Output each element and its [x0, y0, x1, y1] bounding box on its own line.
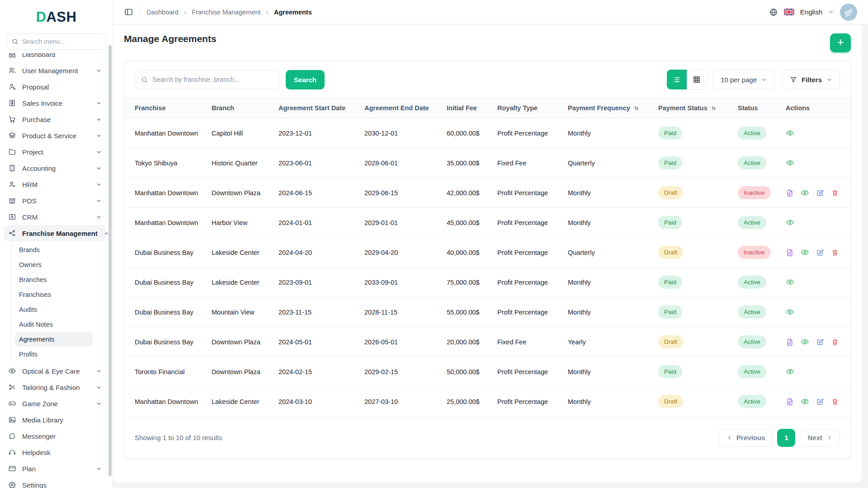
- sidebar-item-media-library[interactable]: Media Library: [4, 412, 105, 428]
- sidebar-subitem-audits[interactable]: Audits: [15, 302, 93, 317]
- cell-start: 2023-09-01: [275, 267, 361, 297]
- sidebar-item-accounting[interactable]: Accounting: [4, 160, 105, 176]
- cell-frequency: Monthly: [564, 267, 655, 297]
- column-header-payment-status[interactable]: Payment Status: [655, 98, 734, 118]
- cell-payment_status: Paid: [655, 357, 734, 387]
- sidebar-item-purchase[interactable]: Purchase: [4, 111, 105, 127]
- sidebar-item-pos[interactable]: POS: [4, 192, 105, 209]
- column-header-payment-frequency[interactable]: Payment Frequency: [564, 98, 655, 118]
- sidebar-subitem-owners[interactable]: Owners: [15, 258, 93, 272]
- cell-start: 2024-06-15: [275, 178, 361, 208]
- sort-icon[interactable]: [710, 105, 717, 112]
- sidebar-item-crm[interactable]: CRM: [4, 209, 105, 225]
- view-action-eye-icon[interactable]: [786, 129, 794, 137]
- edit-action-edit-icon[interactable]: [816, 398, 824, 406]
- document-action-document-icon[interactable]: [786, 249, 794, 257]
- cell-frequency: Quarterly: [564, 148, 655, 178]
- sort-icon[interactable]: [633, 105, 640, 112]
- sidebar-subitem-franchises[interactable]: Franchises: [15, 287, 93, 302]
- view-action-eye-icon[interactable]: [786, 218, 794, 227]
- delete-action-trash-icon[interactable]: [831, 249, 839, 257]
- sidebar-item-plan[interactable]: Plan: [4, 460, 105, 477]
- breadcrumb-separator: ›: [266, 8, 269, 16]
- add-agreement-button[interactable]: +: [830, 33, 851, 52]
- globe-icon[interactable]: [769, 8, 778, 17]
- column-label: Agreement Start Date: [278, 104, 345, 112]
- toolbar: Search 10 per page: [124, 61, 851, 98]
- sidebar-item-project[interactable]: Project: [4, 144, 105, 160]
- sidebar-item-hrm[interactable]: HRM: [4, 176, 105, 192]
- view-action-eye-icon[interactable]: [786, 278, 794, 286]
- sidebar-item-tailoring-fashion[interactable]: Tailoring & Fashion: [4, 379, 105, 395]
- sidebar-item-proposal[interactable]: Proposal: [4, 79, 105, 95]
- sidebar-subitem-branches[interactable]: Branches: [15, 272, 93, 287]
- sidebar-item-messenger[interactable]: Messenger: [4, 428, 105, 444]
- view-action-eye-icon[interactable]: [801, 188, 809, 197]
- next-page-button[interactable]: Next: [800, 429, 840, 447]
- search-button[interactable]: Search: [286, 70, 325, 89]
- sidebar-item-franchise-management[interactable]: Franchise Management: [4, 225, 105, 241]
- sidebar-scrollbar-thumb[interactable]: [108, 45, 112, 476]
- cell-payment_status: Draft: [655, 387, 734, 417]
- edit-action-edit-icon[interactable]: [816, 338, 824, 346]
- sidebar-search[interactable]: [6, 33, 106, 50]
- cell-status: Inactive: [734, 178, 782, 208]
- sidebar-search-input[interactable]: [22, 38, 101, 45]
- cell-start: 2024-03-10: [275, 387, 361, 417]
- sidebar-subitem-brands[interactable]: Brands: [15, 243, 93, 257]
- view-action-eye-icon[interactable]: [786, 367, 794, 376]
- column-header-agreement-end-date: Agreement End Date: [361, 98, 443, 118]
- view-action-eye-icon[interactable]: [786, 308, 794, 316]
- document-action-document-icon[interactable]: [786, 398, 794, 406]
- sidebar-item-helpdesk[interactable]: Helpdesk: [4, 444, 105, 460]
- filters-button[interactable]: Filters: [782, 70, 840, 89]
- cell-end: 2029-01-01: [361, 208, 443, 238]
- cell-frequency: Yearly: [564, 327, 655, 357]
- cell-payment_status: Paid: [655, 297, 734, 327]
- sidebar-item-product-service[interactable]: Product & Service: [4, 127, 105, 144]
- edit-action-edit-icon[interactable]: [816, 189, 824, 197]
- sidebar-item-optical-eye-care[interactable]: Optical & Eye Care: [4, 363, 105, 379]
- sidebar-item-label: Tailoring & Fashion: [22, 384, 80, 391]
- main-area: Dashboard › Franchise Management › Agree…: [113, 0, 868, 488]
- view-action-eye-icon[interactable]: [801, 338, 809, 346]
- page-1-button[interactable]: 1: [777, 429, 795, 447]
- edit-action-edit-icon[interactable]: [816, 249, 824, 257]
- delete-action-trash-icon[interactable]: [831, 398, 839, 406]
- sidebar-item-user-management[interactable]: User Management: [4, 62, 105, 79]
- chevron-down-icon[interactable]: [828, 9, 834, 15]
- purchase-icon: [8, 115, 16, 123]
- table-search[interactable]: [135, 70, 279, 89]
- list-view-button[interactable]: [667, 70, 687, 89]
- view-action-eye-icon[interactable]: [786, 159, 794, 167]
- sidebar-item-dashboard[interactable]: Dashboard: [4, 53, 105, 62]
- sidebar-item-game-zone[interactable]: Game Zone: [4, 395, 105, 412]
- cell-payment_status: Paid: [655, 267, 734, 297]
- cell-branch: Lakeside Center: [208, 387, 275, 417]
- document-action-document-icon[interactable]: [786, 189, 794, 197]
- sidebar-subitem-agreements[interactable]: Agreements: [15, 332, 93, 347]
- delete-action-trash-icon[interactable]: [831, 338, 839, 346]
- breadcrumb-dashboard[interactable]: Dashboard: [146, 9, 179, 16]
- per-page-select[interactable]: 10 per page: [713, 70, 775, 89]
- content-panel: Manage Agreements + Search: [113, 24, 862, 483]
- sidebar-subitem-profits[interactable]: Profits: [15, 347, 93, 361]
- language-selector[interactable]: English: [800, 8, 822, 16]
- document-action-document-icon[interactable]: [786, 338, 794, 346]
- filters-label: Filters: [802, 76, 822, 84]
- cell-royalty: Profit Percentage: [494, 118, 564, 148]
- delete-action-trash-icon[interactable]: [831, 189, 839, 197]
- user-avatar[interactable]: [840, 4, 857, 21]
- breadcrumb-franchise-management[interactable]: Franchise Management: [192, 9, 260, 16]
- view-action-eye-icon[interactable]: [801, 397, 809, 406]
- previous-page-button[interactable]: Previous: [719, 429, 773, 447]
- view-action-eye-icon[interactable]: [801, 248, 809, 257]
- sidebar-toggle-button[interactable]: [124, 7, 133, 17]
- grid-view-button[interactable]: [687, 70, 707, 89]
- sidebar-item-sales-invoice[interactable]: Sales Invoice: [4, 95, 105, 111]
- table-search-input[interactable]: [152, 76, 274, 83]
- cell-franchise: Tokyo Shibuya: [124, 148, 208, 178]
- sidebar-scrollbar[interactable]: [108, 45, 112, 481]
- sidebar-subitem-audit-notes[interactable]: Audit Notes: [15, 317, 93, 332]
- sidebar-item-settings[interactable]: Settings: [4, 477, 105, 488]
